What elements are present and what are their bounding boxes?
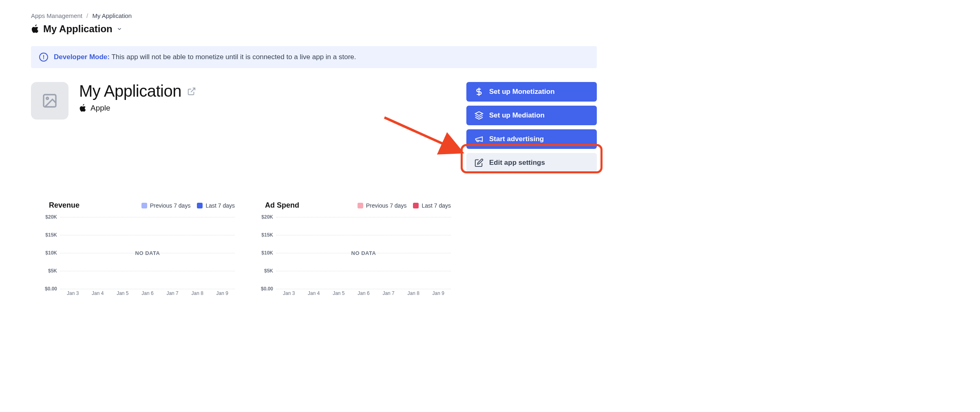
actions-panel: Set up Monetization Set up Mediation Sta… [466,82,597,173]
layers-icon [475,111,483,120]
x-tick-label: Jan 3 [283,290,295,299]
platform-name: Apple [90,104,110,113]
y-tick-label: $15K [33,232,57,238]
button-label: Set up Mediation [489,111,545,120]
breadcrumb-current: My Application [92,12,132,19]
gridline: $5K [60,271,235,271]
x-tick-label: Jan 9 [216,290,228,299]
no-data-label: NO DATA [135,250,160,256]
gridline: $15K [60,235,235,235]
x-tick-label: Jan 9 [433,290,444,299]
gridline: $20K [276,217,451,217]
legend-label: Last 7 days [205,202,235,209]
banner-label: Developer Mode: [54,53,110,61]
breadcrumb: Apps Management / My Application [31,12,597,19]
x-tick-label: Jan 6 [358,290,369,299]
legend-swatch [197,203,203,208]
x-tick-label: Jan 4 [308,290,320,299]
app-switcher-name: My Application [43,23,113,35]
edit-icon [475,158,483,167]
charts-row: RevenuePrevious 7 daysLast 7 days$20K$15… [31,201,597,299]
start-advertising-button[interactable]: Start advertising [466,129,597,149]
image-icon [42,93,58,109]
breadcrumb-separator: / [86,12,88,19]
gridline: $0.00 [276,289,451,289]
x-tick-label: Jan 5 [333,290,344,299]
x-tick-label: Jan 4 [92,290,104,299]
platform-row: Apple [79,104,196,113]
info-icon: ! [39,53,48,62]
x-tick-label: Jan 8 [407,290,419,299]
annotation-arrow [382,115,468,156]
chart-revenue: RevenuePrevious 7 daysLast 7 days$20K$15… [31,201,235,299]
chart-title: Ad Spend [265,201,299,210]
y-tick-label: $0.00 [33,286,57,292]
x-tick-label: Jan 5 [117,290,128,299]
gridline: $20K [60,217,235,217]
legend-item: Last 7 days [413,202,451,209]
button-label: Set up Monetization [489,88,555,96]
setup-mediation-button[interactable]: Set up Mediation [466,106,597,125]
y-tick-label: $20K [249,214,273,220]
legend-item: Previous 7 days [358,202,407,209]
y-tick-label: $5K [33,268,57,274]
gridline: $0.00 [60,289,235,289]
gridline: $15K [276,235,451,235]
breadcrumb-parent-link[interactable]: Apps Management [31,12,82,19]
button-label: Start advertising [489,135,544,143]
no-data-label: NO DATA [351,250,376,256]
edit-app-settings-button[interactable]: Edit app settings [466,153,597,173]
legend-swatch [413,203,419,208]
chart-legend: Previous 7 daysLast 7 days [141,202,235,209]
y-tick-label: $10K [33,250,57,256]
chart-legend: Previous 7 daysLast 7 days [358,202,451,209]
y-tick-label: $5K [249,268,273,274]
app-switcher[interactable]: My Application [31,23,597,35]
y-tick-label: $10K [249,250,273,256]
chart-title: Revenue [49,201,79,210]
x-axis: Jan 3Jan 4Jan 5Jan 6Jan 7Jan 8Jan 9 [276,290,451,299]
legend-label: Previous 7 days [366,202,407,209]
banner-text: Developer Mode: This app will not be abl… [54,53,356,61]
dollar-icon [475,87,483,96]
svg-point-1 [46,97,49,100]
gridline: $5K [276,271,451,271]
app-title: My Application [79,82,181,100]
legend-item: Previous 7 days [141,202,191,209]
x-tick-label: Jan 3 [67,290,79,299]
legend-label: Last 7 days [422,202,451,209]
apple-icon [31,24,39,33]
svg-line-2 [191,88,195,92]
y-tick-label: $0.00 [249,286,273,292]
legend-swatch [358,203,363,208]
external-link-icon[interactable] [187,87,196,96]
x-tick-label: Jan 7 [382,290,394,299]
svg-marker-3 [475,112,483,115]
button-label: Edit app settings [489,159,545,167]
legend-swatch [141,203,147,208]
legend-item: Last 7 days [197,202,235,209]
chart-ad-spend: Ad SpendPrevious 7 daysLast 7 days$20K$1… [247,201,451,299]
app-hero: My Application Apple [31,82,457,120]
x-tick-label: Jan 6 [141,290,153,299]
svg-line-4 [384,117,460,151]
y-tick-label: $15K [249,232,273,238]
setup-monetization-button[interactable]: Set up Monetization [466,82,597,102]
app-icon-placeholder [31,82,68,120]
megaphone-icon [475,135,483,144]
chevron-down-icon [117,26,122,32]
y-tick-label: $20K [33,214,57,220]
x-axis: Jan 3Jan 4Jan 5Jan 6Jan 7Jan 8Jan 9 [60,290,235,299]
x-tick-label: Jan 8 [191,290,203,299]
x-tick-label: Jan 7 [166,290,178,299]
developer-mode-banner: ! Developer Mode: This app will not be a… [31,46,597,68]
apple-icon [79,104,86,112]
legend-label: Previous 7 days [150,202,191,209]
banner-message: This app will not be able to monetize un… [111,53,356,61]
